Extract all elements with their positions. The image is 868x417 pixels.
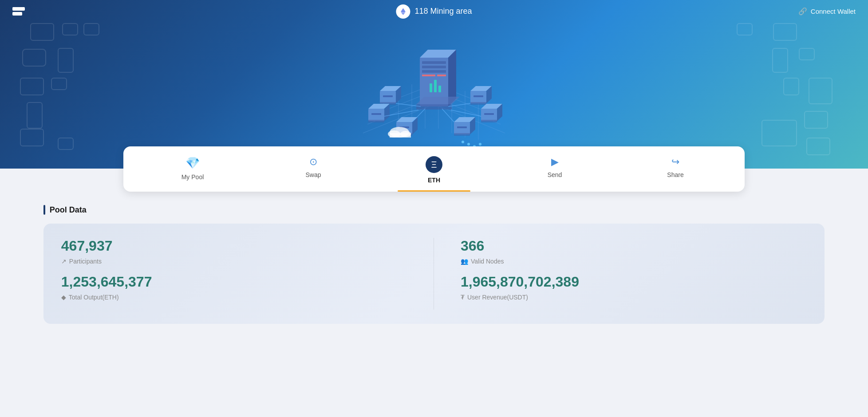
my-pool-icon: 💎 [185,156,200,170]
svg-rect-22 [437,75,446,76]
svg-rect-42 [368,120,384,122]
valid-nodes-label: 👥 Valid Nodes [461,258,807,265]
page-title: 118 Mining area [414,7,472,16]
center-title: 118 Mining area [396,4,472,19]
send-icon: ▶ [551,156,559,168]
svg-rect-26 [416,104,452,110]
svg-rect-23 [430,83,432,92]
eth-icon: Ξ [426,156,442,173]
user-revenue-value: 1,965,870,702,389 [461,274,807,290]
eth-logo-badge [396,4,410,19]
total-output-value: 1,253,645,377 [61,274,416,290]
svg-rect-19 [422,66,446,68]
user-revenue-label: ₮ User Revenue(USDT) [461,294,807,301]
svg-rect-46 [484,113,494,115]
svg-rect-57 [454,133,470,136]
svg-point-59 [467,143,470,146]
svg-point-58 [462,141,464,143]
pool-stat-right: 366 👥 Valid Nodes 1,965,870,702,389 ₮ Us… [434,238,807,310]
svg-line-67 [442,109,454,122]
connect-wallet-button[interactable]: 🔗 Connect Wallet [798,7,856,16]
tab-swap-label: Swap [305,171,321,178]
tab-send-label: Send [548,171,562,178]
tab-share-label: Share [667,171,683,178]
tab-my-pool-label: My Pool [181,173,204,181]
participants-value: 467,937 [61,238,416,254]
tab-share[interactable]: ↪ Share [615,146,736,192]
svg-rect-71 [390,133,411,138]
participants-icon: ↗ [61,258,67,265]
svg-rect-21 [422,75,435,76]
tab-eth-label: ETH [428,177,440,184]
pool-data-section-title: Pool Data [43,205,825,215]
pool-data-card: 467,937 ↗ Participants 1,253,645,377 ◆ T… [43,224,825,324]
svg-rect-24 [434,80,437,92]
pool-stat-left: 467,937 ↗ Participants 1,253,645,377 ◆ T… [61,238,434,310]
tab-send[interactable]: ▶ Send [494,146,615,192]
svg-rect-20 [422,70,446,73]
svg-rect-56 [457,126,467,128]
svg-rect-47 [481,120,497,122]
page-content: Pool Data 467,937 ↗ Participants 1,253,6… [0,192,868,337]
total-output-label: ◆ Total Output(ETH) [61,294,416,301]
svg-rect-41 [371,113,381,115]
link-icon: 🔗 [798,7,807,16]
mining-illustration [332,22,536,155]
top-nav: 118 Mining area 🔗 Connect Wallet [0,0,868,23]
swap-icon: ⊙ [309,156,317,168]
svg-rect-36 [473,95,483,97]
svg-rect-37 [470,102,486,105]
tab-bar: 💎 My Pool ⊙ Swap Ξ ETH ▶ Send ↪ Share [123,146,745,192]
svg-point-61 [479,143,481,146]
tab-bar-wrapper: 💎 My Pool ⊙ Swap Ξ ETH ▶ Send ↪ Share [0,146,868,192]
tab-swap[interactable]: ⊙ Swap [253,146,374,192]
tab-eth[interactable]: Ξ ETH [374,146,494,192]
connect-wallet-label: Connect Wallet [811,8,856,15]
hero-section: 118 Mining area 🔗 Connect Wallet [0,0,868,169]
logo [12,7,25,16]
usdt-icon: ₮ [461,294,465,301]
eth-output-icon: ◆ [61,294,66,301]
svg-rect-25 [438,86,441,92]
tab-my-pool[interactable]: 💎 My Pool [132,146,253,192]
svg-rect-31 [383,95,393,97]
valid-nodes-value: 366 [461,238,807,254]
svg-rect-18 [422,61,446,64]
share-icon: ↪ [671,156,679,168]
nodes-icon: 👥 [461,258,468,265]
participants-label: ↗ Participants [61,258,416,265]
